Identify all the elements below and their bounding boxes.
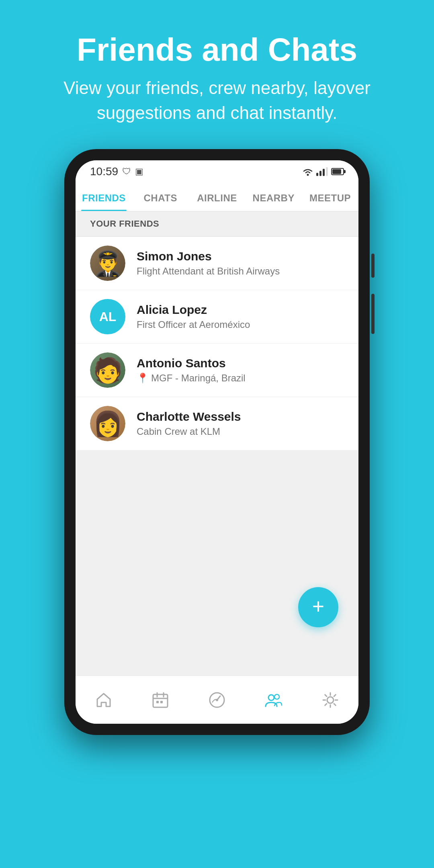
tab-bar: FRIENDS CHATS AIRLINE NEARBY MEETUP bbox=[76, 183, 358, 211]
svg-point-10 bbox=[274, 694, 279, 699]
status-time: 10:59 bbox=[90, 165, 118, 178]
friend-detail: Flight Attendant at British Airways bbox=[137, 266, 344, 277]
section-header: YOUR FRIENDS bbox=[76, 211, 358, 237]
tab-meetup[interactable]: MEETUP bbox=[302, 183, 358, 211]
friends-icon bbox=[265, 691, 283, 709]
svg-rect-5 bbox=[156, 701, 159, 703]
bottom-nav bbox=[76, 676, 358, 724]
friend-name: Alicia Lopez bbox=[137, 303, 344, 317]
friend-name: Antonio Santos bbox=[137, 356, 344, 370]
avatar bbox=[90, 352, 125, 388]
avatar-initials: AL bbox=[90, 299, 125, 334]
tab-nearby[interactable]: NEARBY bbox=[245, 183, 302, 211]
wifi-icon bbox=[302, 167, 314, 176]
nav-calendar[interactable] bbox=[143, 687, 177, 713]
nav-settings[interactable] bbox=[313, 687, 347, 713]
plus-icon: + bbox=[312, 596, 324, 617]
calendar-icon bbox=[151, 691, 169, 709]
list-item[interactable]: AL Alicia Lopez First Officer at Aeroméx… bbox=[76, 290, 358, 344]
friend-info: Antonio Santos 📍 MGF - Maringá, Brazil bbox=[137, 356, 344, 384]
status-right-icons bbox=[302, 167, 344, 176]
add-friend-button[interactable]: + bbox=[298, 587, 338, 627]
hero-section: Friends and Chats View your friends, cre… bbox=[0, 0, 434, 141]
tab-chats[interactable]: CHATS bbox=[132, 183, 189, 211]
hero-title: Friends and Chats bbox=[24, 32, 410, 68]
svg-point-8 bbox=[216, 699, 218, 701]
svg-rect-6 bbox=[160, 701, 163, 703]
svg-point-9 bbox=[268, 695, 274, 700]
friends-list: Simon Jones Flight Attendant at British … bbox=[76, 237, 358, 450]
avatar bbox=[90, 406, 125, 441]
nav-dashboard[interactable] bbox=[200, 687, 234, 713]
svg-point-0 bbox=[307, 174, 309, 176]
avatar: AL bbox=[90, 299, 125, 334]
nav-home[interactable] bbox=[87, 687, 121, 713]
friend-info: Simon Jones Flight Attendant at British … bbox=[137, 250, 344, 277]
tab-airline[interactable]: AIRLINE bbox=[189, 183, 246, 211]
hero-subtitle: View your friends, crew nearby, layover … bbox=[24, 76, 410, 125]
friend-info: Charlotte Wessels Cabin Crew at KLM bbox=[137, 410, 344, 437]
nav-friends[interactable] bbox=[257, 687, 291, 713]
list-item[interactable]: Antonio Santos 📍 MGF - Maringá, Brazil bbox=[76, 344, 358, 397]
svg-point-11 bbox=[327, 697, 334, 703]
settings-icon bbox=[321, 691, 339, 709]
list-item[interactable]: Simon Jones Flight Attendant at British … bbox=[76, 237, 358, 290]
shield-icon: 🛡 bbox=[122, 166, 131, 177]
dashboard-icon bbox=[208, 691, 226, 709]
tab-friends[interactable]: FRIENDS bbox=[76, 183, 132, 211]
friend-info: Alicia Lopez First Officer at Aeroméxico bbox=[137, 303, 344, 330]
status-bar: 10:59 🛡 ▣ bbox=[76, 160, 358, 183]
friend-name: Charlotte Wessels bbox=[137, 410, 344, 424]
home-icon bbox=[95, 691, 113, 709]
power-button bbox=[371, 294, 375, 334]
friend-detail: Cabin Crew at KLM bbox=[137, 426, 344, 437]
avatar bbox=[90, 246, 125, 281]
location-pin-icon: 📍 bbox=[137, 373, 149, 384]
friend-detail: 📍 MGF - Maringá, Brazil bbox=[137, 373, 344, 384]
phone-frame: 10:59 🛡 ▣ bbox=[64, 149, 370, 735]
empty-content: + bbox=[76, 450, 358, 676]
friend-name: Simon Jones bbox=[137, 250, 344, 263]
friend-detail: First Officer at Aeroméxico bbox=[137, 319, 344, 330]
svg-rect-1 bbox=[153, 694, 168, 707]
battery-icon bbox=[331, 168, 344, 175]
sim-icon: ▣ bbox=[135, 166, 143, 177]
volume-button bbox=[371, 254, 375, 278]
phone-screen: 10:59 🛡 ▣ bbox=[76, 160, 358, 724]
signal-icon bbox=[316, 167, 328, 176]
list-item[interactable]: Charlotte Wessels Cabin Crew at KLM bbox=[76, 397, 358, 450]
